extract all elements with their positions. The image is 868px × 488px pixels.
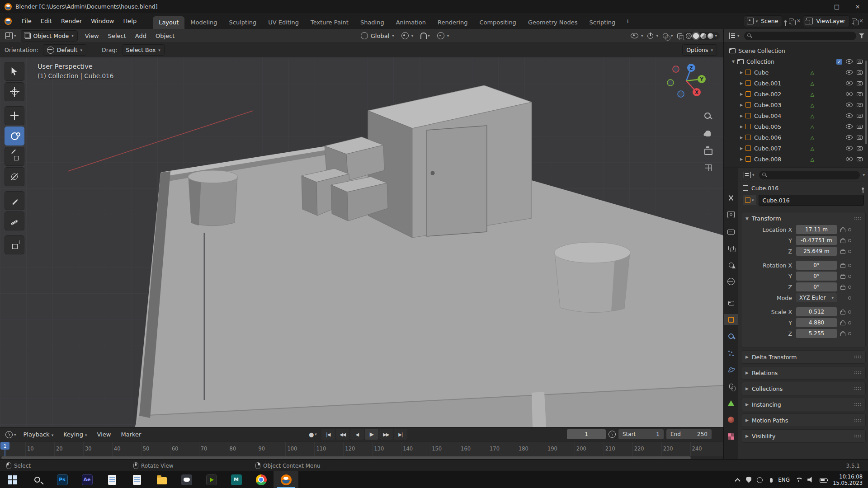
taskbar-media-app[interactable] xyxy=(199,471,224,488)
minimize-button[interactable]: — xyxy=(806,0,826,13)
workspace-tab-sculpting[interactable]: Sculpting xyxy=(223,16,262,29)
lock-icon[interactable] xyxy=(840,331,844,336)
blender-menu-icon[interactable] xyxy=(5,18,12,25)
disable-render-toggle-icon[interactable] xyxy=(857,60,863,64)
value-field-scale-x[interactable]: 0.512 xyxy=(796,307,837,316)
outliner-row-cube-007[interactable]: ▶Cube.007△ xyxy=(724,143,868,154)
properties-tab-collection[interactable] xyxy=(724,297,738,308)
taskbar-after-effects[interactable]: Ae xyxy=(75,471,99,488)
panel-delta-transform[interactable]: ▶Delta Transform xyxy=(741,350,866,364)
close-button[interactable]: × xyxy=(847,0,868,13)
taskbar-file-explorer[interactable] xyxy=(149,471,174,488)
disable-render-toggle-icon[interactable] xyxy=(857,114,863,118)
lock-icon[interactable] xyxy=(840,320,844,325)
drag-value-dropdown[interactable]: Select Box ▾ xyxy=(122,44,165,56)
disable-render-toggle-icon[interactable] xyxy=(857,157,863,161)
tray-expand-icon[interactable] xyxy=(734,476,741,483)
rotate-tool-button[interactable] xyxy=(5,127,24,145)
workspace-tab-scripting[interactable]: Scripting xyxy=(584,16,622,29)
properties-tab-constraints[interactable] xyxy=(724,381,738,392)
pivot-point-dropdown[interactable]: ▾ xyxy=(401,32,414,39)
filter-icon[interactable] xyxy=(859,33,864,38)
mode-dropdown[interactable]: Object Mode ▾ xyxy=(21,30,78,42)
outliner-row-cube-004[interactable]: ▶Cube.004△ xyxy=(724,110,868,121)
outliner-row-cube-006[interactable]: ▶Cube.006△ xyxy=(724,132,868,143)
maximize-button[interactable]: □ xyxy=(826,0,847,13)
add-workspace-button[interactable]: + xyxy=(621,15,634,27)
properties-tab-material[interactable] xyxy=(724,414,738,425)
camera-view-icon[interactable] xyxy=(703,146,713,156)
move-tool-button[interactable] xyxy=(5,106,24,125)
timeline-ruler[interactable]: 1 10203040506070809010011012013014015016… xyxy=(0,441,723,456)
value-field-z[interactable]: 0° xyxy=(796,282,837,291)
lock-icon[interactable] xyxy=(840,249,844,254)
grip-icon[interactable] xyxy=(854,419,861,422)
taskbar-maya[interactable]: M xyxy=(224,471,249,488)
value-field-y[interactable]: 0° xyxy=(796,272,837,281)
new-scene-icon[interactable] xyxy=(789,19,794,24)
expander-icon[interactable]: ▶ xyxy=(738,125,745,129)
workspace-tab-modeling[interactable]: Modeling xyxy=(184,16,223,29)
properties-tab-texture[interactable] xyxy=(724,431,738,442)
taskbar-text-file[interactable] xyxy=(99,471,124,488)
animate-dot-icon[interactable] xyxy=(848,228,851,231)
snap-toggle[interactable] xyxy=(420,33,427,39)
outliner-row-cube-001[interactable]: ▶Cube.001△ xyxy=(724,78,868,89)
play-reverse-button[interactable]: ◀ xyxy=(350,429,364,440)
previous-keyframe-button[interactable]: ◀◀ xyxy=(336,429,349,440)
marker-menu[interactable]: Marker xyxy=(116,429,146,440)
material-preview-shading-button[interactable] xyxy=(700,33,706,39)
cursor-tool-button[interactable] xyxy=(5,82,24,101)
pin-icon[interactable] xyxy=(784,20,787,23)
expander-icon[interactable]: ▶ xyxy=(738,70,745,75)
lock-icon[interactable] xyxy=(840,227,844,232)
properties-tab-view-layer[interactable] xyxy=(724,243,738,253)
menu-window[interactable]: Window xyxy=(86,16,118,26)
outliner-row-cube-002[interactable]: ▶Cube.002△ xyxy=(724,89,868,99)
menu-edit[interactable]: Edit xyxy=(36,16,57,26)
expander-icon[interactable]: ▶ xyxy=(738,146,745,150)
grip-icon[interactable] xyxy=(854,403,861,406)
new-view-layer-icon[interactable] xyxy=(852,19,857,24)
disable-render-toggle-icon[interactable] xyxy=(857,92,863,96)
measure-tool-button[interactable] xyxy=(5,211,24,230)
lock-icon[interactable] xyxy=(840,263,844,268)
scene-selector[interactable]: ▾ Scene xyxy=(744,15,783,27)
outliner-scrollbar[interactable] xyxy=(865,61,867,144)
remove-view-layer-icon[interactable]: × xyxy=(859,18,863,24)
timer-icon[interactable] xyxy=(609,431,616,438)
panel-visibility[interactable]: ▶Visibility xyxy=(741,429,866,443)
outliner-row-collection[interactable]: ▼ Collection ✓ xyxy=(724,56,868,67)
collapse-icon[interactable]: ▼ xyxy=(730,60,736,64)
hide-viewport-toggle-icon[interactable] xyxy=(846,113,853,118)
navigation-gizmo[interactable]: Z Y X xyxy=(665,60,707,102)
expander-icon[interactable]: ▶ xyxy=(738,136,745,140)
outliner-row-cube-008[interactable]: ▶Cube.008△ xyxy=(724,154,868,164)
view-layer-selector[interactable]: ViewLayer xyxy=(803,15,849,27)
orthographic-toggle-icon[interactable] xyxy=(703,163,713,173)
unlink-scene-icon[interactable]: × xyxy=(796,18,801,24)
properties-tab-physics[interactable] xyxy=(724,364,738,375)
workspace-tab-geometry-nodes[interactable]: Geometry Nodes xyxy=(522,16,584,29)
end-frame-field[interactable]: End 250 xyxy=(666,429,712,439)
workspace-tab-uv-editing[interactable]: UV Editing xyxy=(262,16,305,29)
current-frame-field[interactable]: 1 xyxy=(567,429,606,439)
grip-icon[interactable] xyxy=(854,217,861,220)
object-visibility-dropdown[interactable]: ▾ xyxy=(631,33,643,38)
viewport-menu-view[interactable]: View xyxy=(80,31,104,41)
wireframe-shading-button[interactable] xyxy=(686,33,692,39)
disable-render-toggle-icon[interactable] xyxy=(857,125,863,129)
annotate-tool-button[interactable] xyxy=(5,191,24,210)
value-field-y[interactable]: 4.880 xyxy=(796,318,837,327)
menu-help[interactable]: Help xyxy=(119,16,142,26)
properties-tab-object-data[interactable] xyxy=(724,398,738,408)
xray-toggle[interactable] xyxy=(677,33,682,38)
object-name-field[interactable]: Cube.016 xyxy=(759,195,864,206)
transform-panel-header[interactable]: ▼ Transform xyxy=(741,212,865,225)
playhead-marker[interactable]: 1 xyxy=(0,442,9,450)
microphone-icon[interactable] xyxy=(770,478,773,483)
hide-viewport-toggle-icon[interactable] xyxy=(846,59,853,64)
lock-icon[interactable] xyxy=(840,238,844,243)
hide-viewport-toggle-icon[interactable] xyxy=(846,157,853,161)
snap-settings-dropdown[interactable]: ▾ xyxy=(428,33,430,38)
